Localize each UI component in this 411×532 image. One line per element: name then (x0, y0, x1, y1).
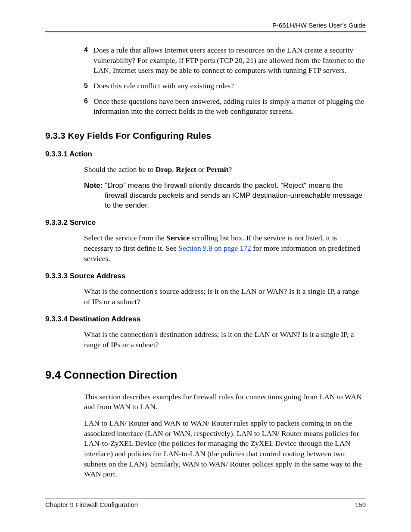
dest-paragraph: What is the connection's destination add… (84, 330, 366, 350)
footer-line: Chapter 9 Firewall Configuration 159 (45, 501, 366, 508)
header-rule (45, 31, 366, 32)
heading-9-3-3-2: 9.3.3.2 Service (45, 218, 366, 228)
text: , (172, 165, 176, 174)
document-page: P-661H/HW Series User's Guide 4 Does a r… (0, 0, 411, 532)
footer-rule (45, 498, 366, 498)
note-text: "Drop" means the firewall silently disca… (105, 181, 342, 190)
section-service-body: Select the service from the Service scro… (45, 233, 366, 264)
list-item: 6 Once these questions have been answere… (84, 96, 366, 117)
footer-chapter: Chapter 9 Firewall Configuration (45, 501, 138, 508)
text: Select the service from the (84, 233, 166, 242)
action-paragraph: Should the action be to Drop, Reject or … (84, 165, 366, 175)
source-paragraph: What is the connection's source address;… (84, 286, 366, 307)
cross-reference-link[interactable]: Section 9.9 on page 172 (178, 244, 251, 252)
p-9-4-1: This section describes examples for fire… (84, 392, 366, 412)
note-block: Note: "Drop" means the firewall silently… (84, 181, 366, 211)
bold-drop: Drop (156, 165, 172, 174)
heading-9-4: 9.4 Connection Direction (45, 367, 366, 383)
list-item: 4 Does a rule that allows Internet users… (84, 45, 366, 76)
list-text: Once these questions have been answered,… (93, 96, 366, 117)
section-dest-body: What is the connection's destination add… (45, 330, 366, 350)
service-paragraph: Select the service from the Service scro… (84, 233, 366, 264)
section-action-body: Should the action be to Drop, Reject or … (45, 165, 366, 210)
text: or (196, 165, 206, 174)
page-footer: Chapter 9 Firewall Configuration 159 (45, 498, 366, 508)
text: Should the action be to (84, 165, 156, 174)
section-source-body: What is the connection's source address;… (45, 286, 366, 307)
text: ? (229, 165, 232, 174)
list-number: 4 (84, 45, 93, 76)
footer-page-number: 159 (355, 501, 366, 508)
bold-service: Service (166, 233, 190, 242)
bold-reject: Reject (176, 165, 196, 174)
p-9-4-2: LAN to LAN/ Router and WAN to WAN/ Route… (84, 418, 366, 479)
list-number: 6 (84, 96, 93, 117)
header-guide-title: P-661H/HW Series User's Guide (45, 22, 366, 29)
numbered-list: 4 Does a rule that allows Internet users… (45, 45, 366, 117)
list-item: 5 Does this rule conflict with any exist… (84, 81, 366, 91)
heading-9-3-3-3: 9.3.3.3 Source Address (45, 271, 366, 281)
heading-9-3-3: 9.3.3 Key Fields For Configuring Rules (45, 130, 366, 142)
bold-permit: Permit (206, 165, 229, 174)
note-text: firewall discards packets and sends an I… (84, 191, 366, 211)
heading-9-3-3-4: 9.3.3.4 Destination Address (45, 314, 366, 324)
section-9-4-body: This section describes examples for fire… (45, 392, 366, 479)
note-label: Note: (84, 181, 105, 190)
list-number: 5 (84, 81, 93, 91)
list-text: Does a rule that allows Internet users a… (93, 45, 366, 76)
page-content: 4 Does a rule that allows Internet users… (45, 45, 366, 479)
list-text: Does this rule conflict with any existin… (93, 81, 366, 91)
heading-9-3-3-1: 9.3.3.1 Action (45, 149, 366, 159)
